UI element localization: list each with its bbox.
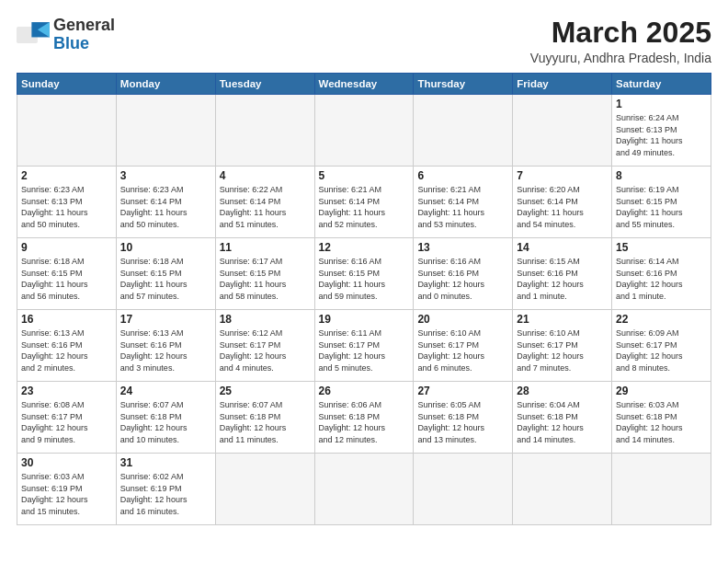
day-info: Sunrise: 6:23 AM Sunset: 6:13 PM Dayligh… xyxy=(21,184,112,230)
day-number: 31 xyxy=(120,456,211,469)
day-info: Sunrise: 6:21 AM Sunset: 6:14 PM Dayligh… xyxy=(417,184,508,230)
calendar-day-cell: 7Sunrise: 6:20 AM Sunset: 6:14 PM Daylig… xyxy=(513,167,612,238)
calendar-day-cell: 17Sunrise: 6:13 AM Sunset: 6:16 PM Dayli… xyxy=(116,310,215,382)
calendar-day-cell xyxy=(612,454,711,525)
calendar-day-cell: 14Sunrise: 6:15 AM Sunset: 6:16 PM Dayli… xyxy=(513,238,612,310)
day-info: Sunrise: 6:10 AM Sunset: 6:17 PM Dayligh… xyxy=(517,327,608,373)
calendar: SundayMondayTuesdayWednesdayThursdayFrid… xyxy=(17,73,711,525)
day-info: Sunrise: 6:07 AM Sunset: 6:18 PM Dayligh… xyxy=(120,399,211,445)
calendar-week-row: 30Sunrise: 6:03 AM Sunset: 6:19 PM Dayli… xyxy=(17,454,711,525)
weekday-header-friday: Friday xyxy=(513,74,612,95)
day-number: 9 xyxy=(21,241,112,254)
logo: General Blue xyxy=(17,17,115,53)
weekday-header-tuesday: Tuesday xyxy=(215,74,314,95)
day-number: 19 xyxy=(319,313,410,326)
calendar-day-cell: 21Sunrise: 6:10 AM Sunset: 6:17 PM Dayli… xyxy=(513,310,612,382)
day-info: Sunrise: 6:03 AM Sunset: 6:19 PM Dayligh… xyxy=(21,471,112,517)
day-info: Sunrise: 6:10 AM Sunset: 6:17 PM Dayligh… xyxy=(417,327,508,373)
day-info: Sunrise: 6:19 AM Sunset: 6:15 PM Dayligh… xyxy=(616,184,707,230)
day-info: Sunrise: 6:06 AM Sunset: 6:18 PM Dayligh… xyxy=(319,399,410,445)
day-number: 8 xyxy=(616,169,707,182)
calendar-day-cell: 30Sunrise: 6:03 AM Sunset: 6:19 PM Dayli… xyxy=(17,454,117,525)
day-info: Sunrise: 6:13 AM Sunset: 6:16 PM Dayligh… xyxy=(21,327,112,373)
generalblue-logo-icon xyxy=(17,22,50,48)
weekday-header-saturday: Saturday xyxy=(612,74,711,95)
calendar-day-cell: 27Sunrise: 6:05 AM Sunset: 6:18 PM Dayli… xyxy=(414,382,513,454)
day-number: 25 xyxy=(220,385,311,397)
calendar-day-cell: 4Sunrise: 6:22 AM Sunset: 6:14 PM Daylig… xyxy=(215,167,314,238)
page: General Blue March 2025 Vuyyuru, Andhra … xyxy=(0,0,728,563)
day-number: 3 xyxy=(120,169,211,182)
logo-text: General Blue xyxy=(53,17,115,53)
calendar-day-cell: 3Sunrise: 6:23 AM Sunset: 6:14 PM Daylig… xyxy=(116,167,215,238)
weekday-header-wednesday: Wednesday xyxy=(314,74,414,95)
location: Vuyyuru, Andhra Pradesh, India xyxy=(530,51,711,65)
day-info: Sunrise: 6:18 AM Sunset: 6:15 PM Dayligh… xyxy=(21,256,112,302)
day-info: Sunrise: 6:15 AM Sunset: 6:16 PM Dayligh… xyxy=(517,256,608,302)
calendar-week-row: 2Sunrise: 6:23 AM Sunset: 6:13 PM Daylig… xyxy=(17,167,711,238)
calendar-day-cell: 22Sunrise: 6:09 AM Sunset: 6:17 PM Dayli… xyxy=(612,310,711,382)
calendar-day-cell xyxy=(414,454,513,525)
day-number: 12 xyxy=(319,241,410,254)
day-number: 17 xyxy=(120,313,211,326)
calendar-day-cell: 24Sunrise: 6:07 AM Sunset: 6:18 PM Dayli… xyxy=(116,382,215,454)
calendar-day-cell: 16Sunrise: 6:13 AM Sunset: 6:16 PM Dayli… xyxy=(17,310,117,382)
weekday-header-monday: Monday xyxy=(116,74,215,95)
day-number: 11 xyxy=(220,241,311,254)
calendar-day-cell xyxy=(116,95,215,167)
header: General Blue March 2025 Vuyyuru, Andhra … xyxy=(17,17,711,65)
day-info: Sunrise: 6:20 AM Sunset: 6:14 PM Dayligh… xyxy=(517,184,608,230)
day-number: 14 xyxy=(517,241,608,254)
calendar-day-cell: 12Sunrise: 6:16 AM Sunset: 6:15 PM Dayli… xyxy=(314,238,414,310)
calendar-day-cell: 25Sunrise: 6:07 AM Sunset: 6:18 PM Dayli… xyxy=(215,382,314,454)
day-info: Sunrise: 6:08 AM Sunset: 6:17 PM Dayligh… xyxy=(21,399,112,445)
day-info: Sunrise: 6:14 AM Sunset: 6:16 PM Dayligh… xyxy=(616,256,707,302)
calendar-day-cell: 26Sunrise: 6:06 AM Sunset: 6:18 PM Dayli… xyxy=(314,382,414,454)
day-info: Sunrise: 6:17 AM Sunset: 6:15 PM Dayligh… xyxy=(220,256,311,302)
calendar-day-cell xyxy=(215,454,314,525)
calendar-day-cell: 10Sunrise: 6:18 AM Sunset: 6:15 PM Dayli… xyxy=(116,238,215,310)
day-info: Sunrise: 6:11 AM Sunset: 6:17 PM Dayligh… xyxy=(319,327,410,373)
day-number: 10 xyxy=(120,241,211,254)
weekday-header-sunday: Sunday xyxy=(17,74,117,95)
day-number: 30 xyxy=(21,456,112,469)
day-number: 16 xyxy=(21,313,112,326)
calendar-day-cell xyxy=(314,95,414,167)
calendar-week-row: 9Sunrise: 6:18 AM Sunset: 6:15 PM Daylig… xyxy=(17,238,711,310)
day-number: 21 xyxy=(517,313,608,326)
day-info: Sunrise: 6:24 AM Sunset: 6:13 PM Dayligh… xyxy=(616,112,707,158)
day-number: 1 xyxy=(616,98,707,110)
calendar-day-cell xyxy=(314,454,414,525)
day-info: Sunrise: 6:12 AM Sunset: 6:17 PM Dayligh… xyxy=(220,327,311,373)
calendar-day-cell xyxy=(414,95,513,167)
day-number: 2 xyxy=(21,169,112,182)
day-number: 6 xyxy=(417,169,508,182)
day-info: Sunrise: 6:23 AM Sunset: 6:14 PM Dayligh… xyxy=(120,184,211,230)
day-number: 13 xyxy=(417,241,508,254)
day-number: 24 xyxy=(120,385,211,397)
calendar-day-cell: 11Sunrise: 6:17 AM Sunset: 6:15 PM Dayli… xyxy=(215,238,314,310)
calendar-day-cell: 5Sunrise: 6:21 AM Sunset: 6:14 PM Daylig… xyxy=(314,167,414,238)
calendar-day-cell: 29Sunrise: 6:03 AM Sunset: 6:18 PM Dayli… xyxy=(612,382,711,454)
calendar-day-cell: 8Sunrise: 6:19 AM Sunset: 6:15 PM Daylig… xyxy=(612,167,711,238)
day-info: Sunrise: 6:18 AM Sunset: 6:15 PM Dayligh… xyxy=(120,256,211,302)
calendar-day-cell: 15Sunrise: 6:14 AM Sunset: 6:16 PM Dayli… xyxy=(612,238,711,310)
calendar-day-cell: 13Sunrise: 6:16 AM Sunset: 6:16 PM Dayli… xyxy=(414,238,513,310)
calendar-day-cell xyxy=(215,95,314,167)
calendar-day-cell: 20Sunrise: 6:10 AM Sunset: 6:17 PM Dayli… xyxy=(414,310,513,382)
day-info: Sunrise: 6:04 AM Sunset: 6:18 PM Dayligh… xyxy=(517,399,608,445)
day-info: Sunrise: 6:16 AM Sunset: 6:16 PM Dayligh… xyxy=(417,256,508,302)
calendar-day-cell: 28Sunrise: 6:04 AM Sunset: 6:18 PM Dayli… xyxy=(513,382,612,454)
day-number: 23 xyxy=(21,385,112,397)
calendar-day-cell: 18Sunrise: 6:12 AM Sunset: 6:17 PM Dayli… xyxy=(215,310,314,382)
calendar-day-cell: 23Sunrise: 6:08 AM Sunset: 6:17 PM Dayli… xyxy=(17,382,117,454)
day-info: Sunrise: 6:21 AM Sunset: 6:14 PM Dayligh… xyxy=(319,184,410,230)
day-info: Sunrise: 6:22 AM Sunset: 6:14 PM Dayligh… xyxy=(220,184,311,230)
day-number: 28 xyxy=(517,385,608,397)
day-number: 20 xyxy=(417,313,508,326)
calendar-day-cell: 9Sunrise: 6:18 AM Sunset: 6:15 PM Daylig… xyxy=(17,238,117,310)
calendar-day-cell xyxy=(17,95,117,167)
calendar-week-row: 23Sunrise: 6:08 AM Sunset: 6:17 PM Dayli… xyxy=(17,382,711,454)
day-info: Sunrise: 6:07 AM Sunset: 6:18 PM Dayligh… xyxy=(220,399,311,445)
calendar-day-cell xyxy=(513,95,612,167)
